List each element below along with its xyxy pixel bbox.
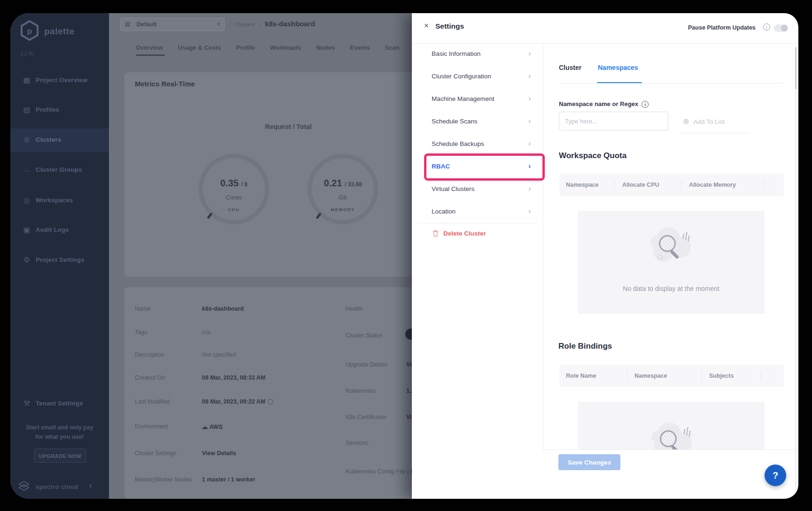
promo-text-line1: Start small and only pay: [10, 424, 109, 431]
close-icon[interactable]: ×: [421, 21, 432, 31]
role-bindings-heading: Role Bindings: [558, 342, 612, 351]
sidebar-item-label: Clusters: [36, 136, 61, 143]
nav-item-machine-management[interactable]: Machine Management›: [412, 89, 543, 110]
memory-unit: Gb: [312, 194, 374, 201]
tab-profile[interactable]: Profile: [236, 44, 255, 51]
sidebar-item-project-settings[interactable]: ⚙ Project Settings: [10, 250, 109, 271]
add-to-list-button[interactable]: ⊕ Add To List: [680, 117, 727, 126]
detail-label: Environment: [135, 423, 168, 430]
sidebar-item-cluster-groups[interactable]: ∴ Cluster Groups: [10, 160, 109, 181]
sidebar-item-label: Audit Logs: [36, 226, 69, 233]
aws-cloud-icon: ☁: [202, 424, 208, 430]
tab-events[interactable]: Events: [350, 44, 370, 51]
detail-value: n/a: [202, 329, 210, 336]
delete-cluster-button[interactable]: Delete Cluster: [433, 230, 486, 237]
panel-scrollbar-track[interactable]: [795, 47, 797, 493]
detail-value: 08 Mar, 2023, 08:33 AM: [202, 374, 265, 381]
detail-value-truncated: Vi: [406, 361, 412, 368]
panel-scrollbar-thumb[interactable]: [795, 47, 797, 89]
rbac-highlight-annotation: [424, 153, 545, 181]
svg-text:p: p: [27, 27, 32, 36]
breadcrumb: / Clusters / k8s-dashboard: [229, 20, 315, 28]
memory-request-value: 0.21: [324, 178, 342, 188]
cpu-total-value: / 8: [241, 181, 247, 188]
tab-namespaces[interactable]: Namespaces: [598, 64, 638, 71]
pause-platform-updates-label: Pause Platform Updates: [688, 24, 756, 31]
breadcrumb-clusters[interactable]: Clusters: [235, 22, 255, 27]
chevron-right-icon: ›: [528, 72, 531, 80]
breadcrumb-current: k8s-dashboard: [265, 20, 315, 28]
help-button[interactable]: ?: [765, 465, 786, 486]
sidebar-item-project-overview[interactable]: ▦ Project Overview: [10, 70, 109, 91]
sidebar-item-label: Workspaces: [36, 197, 73, 204]
tab-overview[interactable]: Overview: [136, 44, 163, 51]
detail-label: Name: [135, 305, 150, 312]
palette-logo-icon: p: [19, 20, 40, 41]
detail-label: Upgrade Details: [346, 361, 388, 368]
nav-item-virtual-clusters[interactable]: Virtual Clusters›: [412, 179, 543, 200]
nav-divider: [418, 223, 537, 223]
chevron-right-icon: ›: [528, 184, 531, 193]
detail-value: 08 Mar, 2023, 09:22 AM: [202, 398, 273, 405]
app-version: 3.2.30: [20, 51, 34, 56]
project-settings-gear-icon: ⚙: [22, 255, 32, 264]
settings-title: Settings: [435, 22, 464, 31]
tab-usage-costs[interactable]: Usage & Costs: [178, 44, 221, 51]
sidebar: p palette 3.2.30 ▦ Project Overview ▤ Pr…: [10, 13, 109, 499]
app-window: p palette 3.2.30 ▦ Project Overview ▤ Pr…: [10, 13, 798, 499]
namespace-input[interactable]: [559, 112, 668, 130]
footer-divider: [543, 450, 798, 450]
workspace-quota-empty-state: No data to display at the moment: [578, 211, 765, 314]
sidebar-item-profiles[interactable]: ▤ Profiles: [10, 100, 109, 121]
nav-item-schedule-backups[interactable]: Schedule Backups›: [412, 134, 543, 155]
nav-item-location[interactable]: Location›: [412, 202, 543, 222]
tab-cluster[interactable]: Cluster: [559, 64, 581, 71]
info-icon[interactable]: i: [642, 101, 649, 108]
nav-item-basic-information[interactable]: Basic Information›: [412, 44, 543, 65]
workspace-quota-header-row: Namespace Allocate CPU Allocate Memory: [559, 174, 784, 196]
project-overview-icon: ▦: [22, 76, 32, 84]
sidebar-item-audit-logs[interactable]: ▣ Audit Logs: [10, 220, 109, 241]
tab-scan[interactable]: Scan: [385, 44, 400, 51]
cpu-gauge: 0.35 / 8 Cores CPU: [199, 154, 269, 224]
memory-total-value: / 33.68: [345, 181, 362, 188]
workspace-quota-heading: Workspace Quota: [559, 151, 626, 160]
chevron-right-icon: ›: [528, 139, 531, 148]
info-icon[interactable]: i: [763, 23, 770, 31]
empty-state-text: No data to display at the moment: [578, 285, 765, 292]
nav-item-cluster-configuration[interactable]: Cluster Configuration›: [412, 67, 543, 87]
detail-label: Services: [346, 440, 368, 446]
tenant-settings-tools-icon: ⚒: [22, 399, 32, 408]
memory-caption: MEMORY: [312, 207, 374, 212]
nav-vertical-divider: [543, 43, 543, 450]
sidebar-item-label: Project Settings: [36, 256, 85, 263]
pause-updates-toggle[interactable]: [774, 24, 788, 32]
project-selector-value: Default: [137, 21, 156, 28]
metrics-title: Metrics Real-Time: [135, 80, 195, 88]
detail-label: Health: [346, 305, 363, 312]
project-selector[interactable]: ▥ Default ▾: [120, 18, 224, 31]
audit-logs-icon: ▣: [22, 225, 32, 234]
view-details-link[interactable]: View Details: [202, 450, 236, 457]
spectro-cloud-logo-icon: [18, 480, 30, 494]
no-data-illustration: [644, 417, 700, 450]
cluster-detail-tabs: Overview Usage & Costs Profile Workloads…: [136, 44, 400, 51]
sidebar-item-workspaces[interactable]: ◎ Workspaces: [10, 191, 109, 211]
sidebar-item-clusters[interactable]: ≣ Clusters: [10, 130, 109, 151]
detail-label: Created On: [135, 374, 165, 381]
column-header: Namespace: [634, 373, 667, 379]
metrics-card: Metrics Real-Time Request / Total 0.35 /…: [124, 72, 434, 277]
detail-value: k8s-dashboard: [202, 305, 244, 312]
tab-workloads[interactable]: Workloads: [270, 44, 301, 51]
sidebar-item-tenant-settings[interactable]: ⚒ Tenant Settings: [10, 394, 109, 414]
save-changes-button[interactable]: Save Changes: [558, 454, 620, 470]
namespace-field-label: Namespace name or Regex i: [559, 100, 649, 108]
header-divider: [412, 43, 798, 44]
upgrade-now-button[interactable]: UPGRADE NOW: [34, 449, 86, 463]
column-header: Subjects: [709, 373, 734, 379]
detail-label: Last Modified: [135, 398, 170, 405]
sidebar-collapse-icon[interactable]: ‹: [89, 480, 92, 490]
role-bindings-header-row: Role Name Namespace Subjects: [559, 365, 784, 387]
nav-item-schedule-scans[interactable]: Schedule Scans›: [412, 112, 543, 132]
tab-nodes[interactable]: Nodes: [316, 44, 335, 51]
